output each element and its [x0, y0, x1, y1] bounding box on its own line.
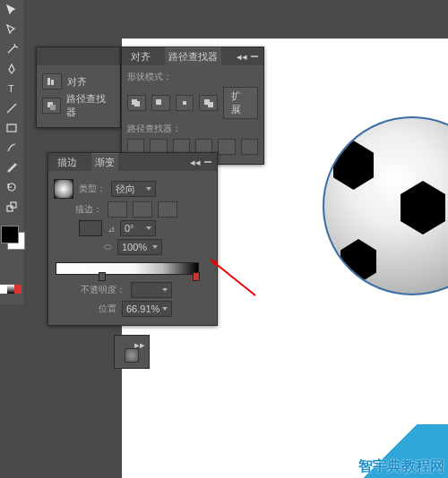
collapse-icon[interactable]: ▸▸: [134, 339, 145, 346]
expand-button[interactable]: 扩展: [223, 87, 258, 119]
position-label: 位置: [99, 303, 116, 315]
pathfinder-header: 对齐 路径查找器 ◂◂: [122, 47, 263, 65]
ratio-dropdown[interactable]: 100%: [117, 239, 162, 255]
align-docked-panel: 对齐 路径查找器: [36, 47, 121, 128]
pathfinder-tab-label: 路径查找器: [66, 92, 115, 119]
type-value: 径向: [116, 183, 135, 196]
panel-header: [37, 47, 120, 65]
pathfinder-icon[interactable]: [42, 98, 61, 114]
stroke-along-button[interactable]: [133, 201, 152, 218]
outline-button[interactable]: [218, 139, 235, 155]
toolbox: T: [0, 0, 23, 304]
opacity-label: 不透明度：: [81, 284, 125, 296]
gradient-stop-left[interactable]: [99, 272, 106, 281]
type-label: 类型：: [79, 183, 106, 195]
pen-tool[interactable]: [0, 59, 23, 79]
magic-wand-tool[interactable]: [0, 39, 23, 59]
tab-gradient[interactable]: 渐变: [91, 153, 118, 171]
type-tool[interactable]: T: [0, 79, 23, 98]
align-icon[interactable]: [42, 73, 62, 90]
gradient-panel: 描边 渐变 ◂◂ 类型： 径向 描边： ⊿ 0° ⬭ 100% 不透明度： 位置…: [47, 152, 218, 326]
opacity-dropdown[interactable]: [131, 282, 172, 298]
gradient-stop-right[interactable]: [193, 272, 200, 281]
tab-pathfinder[interactable]: 路径查找器: [165, 47, 221, 65]
pathfinders-label: 路径查找器：: [127, 123, 258, 135]
ratio-icon: ⬭: [104, 242, 112, 252]
svg-rect-5: [51, 80, 54, 85]
svg-text:T: T: [8, 83, 14, 94]
direct-selection-tool[interactable]: [0, 20, 23, 39]
gradient-thumb-icon: [125, 348, 139, 363]
gradient-header: 描边 渐变 ◂◂: [48, 153, 217, 171]
chevron-down-icon: [162, 307, 168, 311]
tab-stroke[interactable]: 描边: [54, 154, 81, 171]
chevron-down-icon: [162, 288, 168, 292]
minus-front-button[interactable]: [151, 95, 170, 111]
svg-rect-4: [47, 78, 50, 85]
color-none-icon[interactable]: [14, 285, 22, 294]
hex-center: [401, 181, 445, 235]
svg-rect-11: [183, 101, 186, 105]
watermark-text: 智宇典教程网: [358, 457, 444, 476]
rotate-tool[interactable]: [0, 177, 23, 197]
svg-rect-1: [7, 124, 16, 132]
stroke-across-button[interactable]: [158, 201, 177, 218]
shape-modes-label: 形状模式：: [127, 71, 258, 83]
color-mode-row[interactable]: [0, 285, 23, 295]
position-value: 66.91%: [126, 303, 159, 314]
ratio-value: 100%: [122, 242, 147, 252]
gradient-docked-icon[interactable]: ▸▸: [114, 335, 150, 369]
hex-bl: [340, 239, 376, 284]
foreground-swatch[interactable]: [1, 226, 19, 243]
angle-dropdown[interactable]: 0°: [120, 220, 156, 236]
scale-tool[interactable]: [0, 197, 23, 217]
svg-rect-9: [134, 101, 140, 107]
hex-tl: [333, 141, 374, 190]
chevron-down-icon: [152, 245, 158, 249]
type-dropdown[interactable]: 径向: [111, 181, 156, 197]
pathfinder-panel: 对齐 路径查找器 ◂◂ 形状模式： 扩展 路径查找器：: [121, 47, 264, 165]
svg-rect-3: [11, 202, 16, 208]
svg-rect-10: [156, 99, 161, 105]
gradient-preview[interactable]: [54, 179, 73, 199]
tab-align[interactable]: 对齐: [127, 48, 154, 65]
line-tool[interactable]: [0, 98, 23, 118]
position-dropdown[interactable]: 66.91%: [122, 301, 172, 317]
chevron-down-icon: [146, 226, 151, 230]
artwork-soccer-ball[interactable]: [323, 116, 448, 295]
fill-stroke-icon[interactable]: [79, 220, 102, 236]
color-gradient-icon[interactable]: [7, 285, 14, 294]
stroke-label: 描边：: [75, 203, 102, 216]
svg-rect-7: [50, 105, 56, 110]
angle-icon: ⊿: [108, 224, 115, 234]
panel-menu-icon[interactable]: ◂◂: [237, 51, 258, 63]
unite-button[interactable]: [127, 95, 146, 111]
intersect-button[interactable]: [176, 95, 194, 111]
gradient-slider[interactable]: [56, 262, 199, 275]
stroke-within-button[interactable]: [108, 201, 127, 218]
chevron-down-icon: [146, 187, 151, 191]
app-dark-top: [0, 0, 448, 38]
brush-tool[interactable]: [0, 138, 23, 158]
align-tab-label: 对齐: [67, 75, 87, 89]
svg-rect-13: [208, 102, 213, 107]
gradient-menu-icon[interactable]: ◂◂: [190, 157, 211, 168]
angle-value: 0°: [125, 223, 134, 234]
minus-back-button[interactable]: [241, 139, 258, 155]
svg-rect-2: [7, 206, 13, 211]
color-fill-icon[interactable]: [0, 285, 7, 294]
pencil-tool[interactable]: [0, 158, 23, 177]
rectangle-tool[interactable]: [0, 118, 23, 138]
exclude-button[interactable]: [199, 95, 218, 111]
selection-tool[interactable]: [0, 0, 23, 20]
